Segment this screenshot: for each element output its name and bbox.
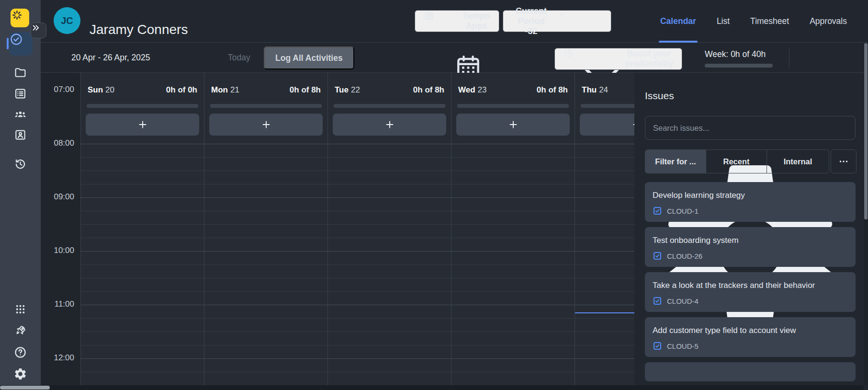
- issues-tab-recent[interactable]: Recent: [706, 149, 767, 173]
- sidebar-expand-button[interactable]: [31, 23, 46, 38]
- today-button[interactable]: Today: [228, 53, 250, 63]
- tab-timesheet[interactable]: Timesheet: [750, 0, 789, 43]
- tab-calendar[interactable]: Calendar: [660, 0, 696, 43]
- settings-icon: [13, 367, 27, 381]
- week-summary-label: Week: 0h of 40h: [705, 49, 773, 59]
- log-all-activities-button[interactable]: Log All Activities: [264, 46, 354, 69]
- day-progress-bar: [334, 104, 445, 108]
- plus-icon: [507, 119, 519, 130]
- clock-icon: [564, 48, 620, 69]
- tab-list[interactable]: List: [717, 0, 730, 43]
- day-date: 22: [351, 85, 360, 94]
- help-icon: [13, 345, 27, 359]
- quarter-gridline: [80, 184, 634, 184]
- day-column-sun: Sun200h of 0h: [80, 73, 204, 385]
- issues-tab-filter-for[interactable]: Filter for ...: [645, 149, 706, 173]
- add-worklog-button[interactable]: [209, 114, 323, 136]
- day-header: Mon210h of 8h: [204, 73, 327, 110]
- time-label: 11:00: [41, 299, 74, 309]
- add-worklog-button[interactable]: [86, 114, 199, 136]
- quarter-gridline: [80, 278, 634, 278]
- day-name: Tue: [335, 85, 349, 94]
- issues-tab-internal[interactable]: Internal: [767, 149, 829, 173]
- vertical-scrollbar-thumb[interactable]: [864, 43, 868, 219]
- search-issues-input[interactable]: [645, 116, 856, 140]
- tab-approvals[interactable]: Approvals: [810, 0, 847, 43]
- caret-down-icon: [555, 11, 602, 32]
- avatar-initials: JC: [61, 15, 73, 26]
- sidebar-item-team[interactable]: [13, 108, 27, 122]
- quarter-gridline: [80, 318, 634, 319]
- week-calendar: Sun200h of 0hMon210h of 8hTue220h of 8hW…: [41, 73, 634, 385]
- double-chevron-right-icon: [31, 23, 46, 38]
- tempo-my-work-page: JC Jaramy Conners Tempo Apps Current Per…: [0, 0, 868, 390]
- collapse-panel-chevron-icon[interactable]: [633, 233, 868, 390]
- day-header: Tue220h of 8h: [328, 73, 451, 110]
- issues-tab-more[interactable]: [831, 149, 857, 173]
- day-progress-bar: [87, 104, 198, 108]
- sidebar-item-my-work[interactable]: [9, 32, 33, 56]
- time-label: 08:00: [41, 138, 74, 148]
- add-worklog-button[interactable]: [580, 114, 634, 136]
- quarter-gridline: [80, 224, 634, 225]
- day-header: Wed230h of 8h: [451, 73, 575, 110]
- sidebar-item-history[interactable]: [13, 157, 27, 171]
- sidebar-item-tasks[interactable]: [13, 87, 27, 101]
- quarter-gridline: [80, 332, 634, 332]
- tempo-logo[interactable]: [11, 9, 29, 27]
- tempo-starburst-icon: [11, 9, 29, 27]
- horizontal-scrollbar-thumb[interactable]: [0, 386, 50, 390]
- boost-label: Boost your productivity: [625, 49, 673, 69]
- day-date: 20: [105, 85, 114, 94]
- hour-gridline: [80, 144, 634, 144]
- plus-icon: [137, 119, 148, 130]
- day-name: Wed: [458, 85, 475, 94]
- tempo-apps-grid-icon: [424, 11, 458, 32]
- app-grid-icon: [13, 302, 27, 316]
- contact-card-icon: [13, 128, 27, 142]
- vertical-scrollbar[interactable]: [864, 43, 868, 385]
- period-selector[interactable]: Current Period -32: [503, 10, 611, 32]
- sidebar-item-contacts[interactable]: [13, 128, 27, 142]
- hour-gridline: [80, 197, 634, 198]
- sidebar-item-whats-new[interactable]: [13, 324, 27, 338]
- quarter-gridline: [80, 372, 634, 372]
- day-logged-hours: 0h of 8h: [413, 85, 444, 95]
- hour-gridline: [80, 251, 634, 252]
- time-label: 12:00: [41, 353, 74, 363]
- day-header: Sun200h of 0h: [81, 73, 204, 110]
- tempo-apps-button[interactable]: Tempo Apps: [415, 10, 499, 32]
- current-time-indicator: [575, 312, 634, 313]
- app-sidebar: [0, 0, 41, 390]
- day-column-wed: Wed230h of 8h: [451, 73, 575, 385]
- issue-title: Develop learning strategy: [653, 189, 848, 202]
- day-name: Sun: [88, 85, 103, 94]
- time-label: 09:00: [41, 192, 74, 202]
- time-label: 07:00: [41, 85, 74, 94]
- day-column-tue: Tue220h of 8h: [327, 73, 451, 385]
- history-icon: [13, 157, 27, 171]
- day-logged-hours: 0h of 8h: [290, 85, 321, 95]
- issue-key: CLOUD-1: [667, 207, 699, 215]
- sidebar-item-apps[interactable]: [13, 302, 27, 316]
- boost-productivity-button[interactable]: Boost your productivity: [554, 48, 682, 70]
- horizontal-scrollbar[interactable]: [0, 385, 864, 390]
- day-column-thu: Thu24: [575, 73, 634, 385]
- toolbar-divider: [789, 48, 789, 68]
- ellipsis-icon: [838, 156, 849, 167]
- day-date: 24: [599, 85, 608, 94]
- sidebar-item-folder[interactable]: [13, 66, 27, 80]
- sidebar-item-help[interactable]: [13, 345, 27, 359]
- quarter-gridline: [80, 171, 634, 171]
- team-icon: [13, 108, 27, 122]
- add-worklog-button[interactable]: [456, 114, 570, 136]
- sidebar-item-settings[interactable]: [13, 367, 27, 381]
- hour-gridline: [80, 305, 634, 305]
- day-progress-bar: [210, 104, 322, 108]
- time-label: 10:00: [41, 246, 74, 255]
- issue-card[interactable]: Develop learning strategyCLOUD-1: [645, 182, 856, 222]
- day-logged-hours: 0h of 0h: [166, 85, 197, 95]
- add-worklog-button[interactable]: [333, 114, 446, 136]
- quarter-gridline: [80, 157, 634, 158]
- day-header: Thu24: [575, 73, 634, 110]
